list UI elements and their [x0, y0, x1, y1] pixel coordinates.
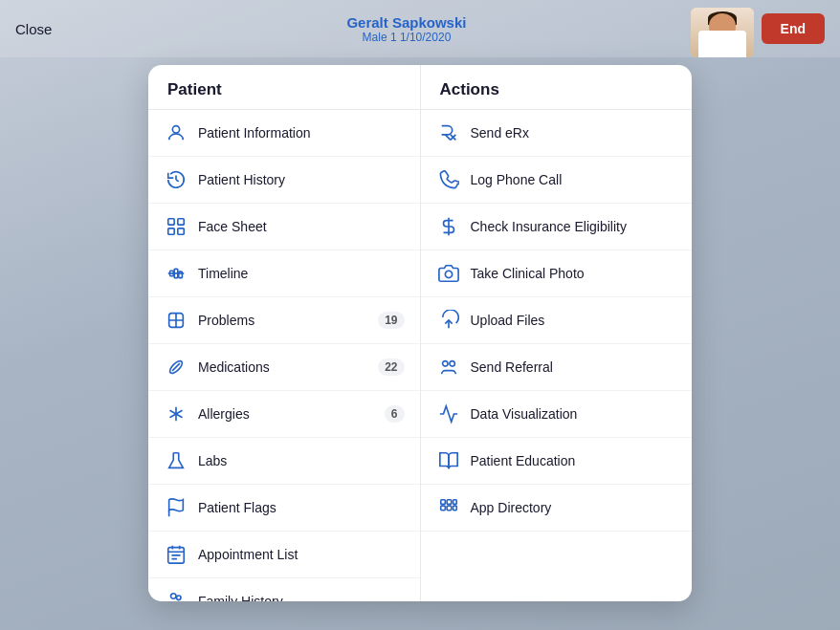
patient-column: Patient Patient InformationPatient Histo… [148, 65, 421, 601]
timeline-icon [164, 261, 188, 286]
close-button[interactable]: Close [15, 21, 52, 37]
patient-menu-item-timeline[interactable]: Timeline [148, 250, 420, 297]
svg-rect-45 [453, 506, 456, 511]
svg-rect-6 [178, 228, 184, 234]
svg-point-24 [171, 594, 177, 599]
patient-menu-item-family-history[interactable]: Family History [148, 578, 420, 601]
action-menu-item-upload-files[interactable]: Upload Files [421, 297, 693, 344]
menu-label-timeline: Timeline [198, 266, 405, 281]
doctor-avatar [691, 8, 754, 57]
action-label-upload-files: Upload Files [471, 313, 677, 328]
actions-column: Actions Send eRxLog Phone CallCheck Insu… [421, 65, 693, 601]
action-label-data-visualization: Data Visualization [471, 406, 677, 422]
patient-menu-item-patient-information[interactable]: Patient Information [148, 110, 420, 157]
svg-rect-10 [179, 272, 183, 277]
action-label-patient-education: Patient Education [471, 453, 677, 468]
svg-rect-4 [178, 219, 184, 225]
svg-rect-42 [453, 500, 456, 505]
flask-icon [164, 448, 188, 473]
svg-point-38 [442, 361, 448, 367]
book-icon [436, 448, 461, 473]
menu-badge-medications: 22 [378, 358, 404, 376]
doctor-body [698, 31, 746, 57]
phone-icon [436, 167, 461, 192]
plus-cross-icon [164, 308, 188, 333]
action-menu-item-check-insurance[interactable]: Check Insurance Eligibility [421, 204, 693, 250]
menu-label-allergies: Allergies [198, 406, 385, 422]
asterisk-icon [164, 402, 188, 426]
upload-icon [436, 308, 461, 333]
svg-line-2 [176, 180, 179, 182]
menu-label-family-history: Family History [198, 594, 405, 601]
patient-info-center: Geralt Sapkowski Male 1 1/10/2020 [346, 14, 466, 44]
svg-rect-43 [440, 506, 445, 511]
patient-menu-item-labs[interactable]: Labs [148, 438, 420, 485]
svg-point-25 [176, 596, 181, 600]
action-menu-item-take-clinical-photo[interactable]: Take Clinical Photo [421, 250, 693, 297]
menu-label-face-sheet: Face Sheet [198, 219, 405, 234]
patient-menu-item-appointment-list[interactable]: Appointment List [148, 532, 420, 578]
actions-menu-list: Send eRxLog Phone CallCheck Insurance El… [421, 110, 693, 601]
menu-label-patient-history: Patient History [198, 172, 405, 187]
referral-icon [436, 355, 461, 380]
menu-label-appointment-list: Appointment List [198, 547, 405, 562]
apps-icon [436, 495, 461, 520]
action-label-log-phone-call: Log Phone Call [471, 172, 677, 187]
svg-rect-44 [447, 506, 452, 511]
patient-name: Geralt Sapkowski [346, 14, 466, 31]
patient-menu-list: Patient InformationPatient HistoryFace S… [148, 110, 420, 601]
patient-menu-item-patient-flags[interactable]: Patient Flags [148, 485, 420, 532]
menu-label-patient-information: Patient Information [198, 125, 405, 141]
menu-badge-problems: 19 [378, 312, 404, 329]
patient-menu-item-allergies[interactable]: Allergies6 [148, 391, 420, 438]
menu-label-medications: Medications [198, 359, 378, 375]
svg-point-0 [172, 126, 179, 133]
svg-rect-5 [168, 228, 174, 234]
action-label-check-insurance: Check Insurance Eligibility [471, 219, 677, 234]
person-icon [164, 120, 188, 145]
svg-rect-41 [447, 500, 452, 505]
history-icon [164, 167, 188, 192]
svg-rect-3 [168, 219, 174, 225]
svg-rect-40 [440, 500, 445, 505]
svg-point-39 [449, 361, 454, 367]
patient-dob: Male 1 1/10/2020 [346, 31, 466, 44]
action-menu-item-patient-education[interactable]: Patient Education [421, 438, 693, 485]
action-menu-item-app-directory[interactable]: App Directory [421, 485, 693, 532]
menu-badge-allergies: 6 [385, 405, 405, 423]
main-panel: Patient Patient InformationPatient Histo… [148, 65, 692, 601]
patient-menu-item-medications[interactable]: Medications22 [148, 344, 420, 391]
chart-icon [436, 402, 461, 426]
camera-icon [436, 261, 461, 286]
action-label-send-referral: Send Referral [471, 359, 677, 375]
dollar-icon [436, 214, 461, 239]
pill-icon [164, 355, 188, 380]
patient-column-header: Patient [148, 65, 420, 110]
action-label-app-directory: App Directory [471, 500, 677, 515]
menu-label-patient-flags: Patient Flags [198, 500, 405, 515]
action-menu-item-log-phone-call[interactable]: Log Phone Call [421, 157, 693, 204]
patient-menu-item-face-sheet[interactable]: Face Sheet [148, 204, 420, 250]
flag-icon [164, 495, 188, 520]
patient-menu-item-problems[interactable]: Problems19 [148, 297, 420, 344]
action-label-send-erx: Send eRx [471, 125, 677, 141]
action-menu-item-send-erx[interactable]: Send eRx [421, 110, 693, 157]
end-button[interactable]: End [762, 13, 825, 44]
action-label-take-clinical-photo: Take Clinical Photo [471, 266, 677, 281]
family-icon [164, 589, 188, 601]
doctor-thumbnail [691, 8, 754, 57]
rx-icon [436, 120, 461, 145]
calendar-list-icon [164, 542, 188, 567]
action-menu-item-data-visualization[interactable]: Data Visualization [421, 391, 693, 438]
menu-label-labs: Labs [198, 453, 405, 468]
menu-label-problems: Problems [198, 313, 378, 328]
patient-menu-item-patient-history[interactable]: Patient History [148, 157, 420, 204]
actions-column-header: Actions [421, 65, 693, 110]
action-menu-item-send-referral[interactable]: Send Referral [421, 344, 693, 391]
grid-icon [164, 214, 188, 239]
svg-point-36 [445, 271, 452, 277]
